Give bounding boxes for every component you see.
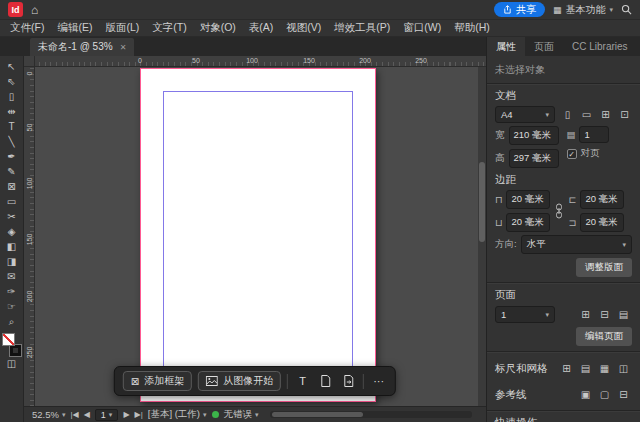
next-page-button[interactable]: ▶ — [123, 410, 129, 419]
home-icon[interactable]: ⌂ — [31, 4, 38, 16]
vertical-ruler[interactable]: 0 50 100 150 200 250 — [24, 56, 35, 406]
menu-type[interactable]: 文字(T) — [152, 21, 186, 35]
menu-plugins[interactable]: 增效工具(P) — [334, 21, 390, 35]
stroke-swatch[interactable] — [10, 345, 21, 356]
fill-swatch[interactable] — [3, 334, 14, 345]
rectangle-tool[interactable]: ▭ — [2, 194, 22, 209]
pen-tool[interactable]: ✒ — [2, 149, 22, 164]
add-text-button[interactable]: T — [294, 373, 311, 390]
margin-inside-field[interactable]: 20 毫米 — [580, 190, 624, 209]
menu-object[interactable]: 对象(O) — [200, 21, 236, 35]
document-tab[interactable]: 未命名-1 @ 53% ✕ — [30, 38, 134, 56]
menu-edit[interactable]: 编辑(E) — [57, 21, 92, 35]
first-page-button[interactable]: |◀ — [70, 410, 78, 419]
screen-mode-button[interactable]: ◫ — [2, 356, 22, 371]
chain-link-icon — [555, 203, 563, 219]
canvas[interactable]: 0 50 100 150 200 250 0 50 100 150 200 25… — [24, 56, 486, 406]
menu-window[interactable]: 窗口(W) — [403, 21, 441, 35]
horizontal-scrollbar[interactable] — [270, 411, 472, 418]
gradient-feather-tool[interactable]: ◨ — [2, 254, 22, 269]
pages-section-title: 页面 — [495, 288, 632, 302]
current-page-dropdown[interactable]: 1 ▾ — [495, 306, 555, 323]
ruler-origin-corner[interactable] — [24, 56, 35, 67]
free-transform-tool[interactable]: ◈ — [2, 224, 22, 239]
delete-guides-button[interactable]: ⊟ — [615, 386, 632, 402]
delete-page-button[interactable]: ⊟ — [596, 307, 613, 323]
baseline-grid-button[interactable]: ▤ — [577, 360, 594, 376]
vertical-scrollbar[interactable] — [478, 67, 486, 406]
page-number-dropdown[interactable]: 1 ▾ — [95, 409, 119, 421]
page-size-preset-dropdown[interactable]: A4 ▾ — [495, 106, 555, 123]
facing-pages-checkbox[interactable]: ✓ — [567, 149, 577, 159]
direction-dropdown[interactable]: 水平 ▾ — [521, 235, 632, 254]
line-tool[interactable]: ╲ — [2, 134, 22, 149]
rectangle-frame-tool[interactable]: ⊠ — [2, 179, 22, 194]
close-icon[interactable]: ✕ — [120, 43, 127, 52]
margin-top-field[interactable]: 20 毫米 — [506, 190, 550, 209]
scrollbar-thumb[interactable] — [479, 162, 485, 242]
start-from-image-button[interactable]: 从图像开始 — [198, 371, 281, 391]
fill-stroke-swatches[interactable] — [2, 334, 22, 356]
portrait-orientation-button[interactable]: ▯ — [559, 107, 576, 123]
menu-view[interactable]: 视图(V) — [286, 21, 321, 35]
edit-pages-button[interactable]: 编辑页面 — [576, 327, 632, 346]
menu-help[interactable]: 帮助(H) — [454, 21, 490, 35]
layout-grid-button[interactable]: ◫ — [615, 360, 632, 376]
page-spread-button[interactable]: ▤ — [615, 307, 632, 323]
lock-guides-button[interactable]: ▢ — [596, 386, 613, 402]
search-icon[interactable] — [621, 4, 632, 15]
type-tool[interactable]: T — [2, 119, 22, 134]
hand-tool[interactable]: ☞ — [2, 299, 22, 314]
more-options-button[interactable]: ··· — [370, 373, 387, 390]
scrollbar-thumb[interactable] — [272, 412, 363, 417]
page-count-field[interactable]: 1 — [579, 126, 609, 143]
link-margins-toggle[interactable] — [555, 203, 563, 219]
document-grid-button[interactable]: ▦ — [596, 360, 613, 376]
preflight-status-dropdown[interactable]: 无错误 ▾ — [224, 408, 259, 421]
scissors-tool[interactable]: ✂ — [2, 209, 22, 224]
add-frame-button[interactable]: ⊠ 添加框架 — [123, 371, 192, 391]
tab-pages[interactable]: 页面 — [525, 37, 563, 56]
share-button[interactable]: 共享 — [494, 2, 545, 17]
document-page[interactable] — [140, 68, 376, 402]
no-selection-label: 未选择对象 — [495, 63, 632, 77]
gap-tool[interactable]: ⇹ — [2, 104, 22, 119]
last-page-button[interactable]: ▶| — [135, 410, 143, 419]
selection-tool[interactable]: ↖ — [2, 59, 22, 74]
margin-outside-field[interactable]: 20 毫米 — [580, 213, 624, 232]
tab-cc-libraries[interactable]: CC Libraries — [563, 37, 637, 56]
tab-properties[interactable]: 属性 — [487, 37, 525, 56]
landscape-orientation-button[interactable]: ▭ — [578, 107, 595, 123]
show-guides-button[interactable]: ▣ — [577, 386, 594, 402]
direct-selection-tool[interactable]: ⇖ — [2, 74, 22, 89]
width-field[interactable]: 210 毫米 — [509, 126, 559, 145]
zoom-level-dropdown[interactable]: 52.5% ▾ — [32, 409, 65, 420]
ruler-number: 50 — [192, 57, 200, 64]
document-setup-button[interactable]: ⊞ — [597, 107, 614, 123]
horizontal-ruler[interactable]: 0 50 100 150 200 250 — [24, 56, 486, 67]
adjust-layout-button[interactable]: 调整版面 — [576, 258, 632, 277]
show-rulers-button[interactable]: ⊞ — [558, 360, 575, 376]
document-options-button[interactable]: ⊡ — [616, 107, 633, 123]
pencil-tool[interactable]: ✎ — [2, 164, 22, 179]
add-page-button[interactable]: ⊞ — [577, 307, 594, 323]
height-field[interactable]: 297 毫米 — [509, 149, 559, 168]
menu-file[interactable]: 文件(F) — [10, 21, 44, 35]
direction-value: 水平 — [527, 238, 546, 251]
margin-bottom-field[interactable]: 20 毫米 — [506, 213, 550, 232]
preflight-profile-dropdown[interactable]: [基本] (工作) ▾ — [148, 408, 207, 421]
gradient-swatch-tool[interactable]: ◧ — [2, 239, 22, 254]
eyedropper-tool[interactable]: ✑ — [2, 284, 22, 299]
zoom-tool[interactable]: ⌕ — [2, 314, 22, 329]
document-arrow-icon — [344, 375, 354, 387]
new-document-button[interactable] — [317, 373, 334, 390]
open-document-button[interactable] — [340, 373, 357, 390]
menu-layout[interactable]: 版面(L) — [105, 21, 139, 35]
page-tool[interactable]: ▯ — [2, 89, 22, 104]
note-tool[interactable]: ✉ — [2, 269, 22, 284]
workspace-switcher[interactable]: ▦ 基本功能 ▾ — [553, 3, 613, 17]
previous-page-button[interactable]: ◀ — [84, 410, 90, 419]
facing-pages-label: 对页 — [581, 147, 600, 160]
page-number-value: 1 — [101, 410, 106, 420]
menu-table[interactable]: 表(A) — [249, 21, 274, 35]
